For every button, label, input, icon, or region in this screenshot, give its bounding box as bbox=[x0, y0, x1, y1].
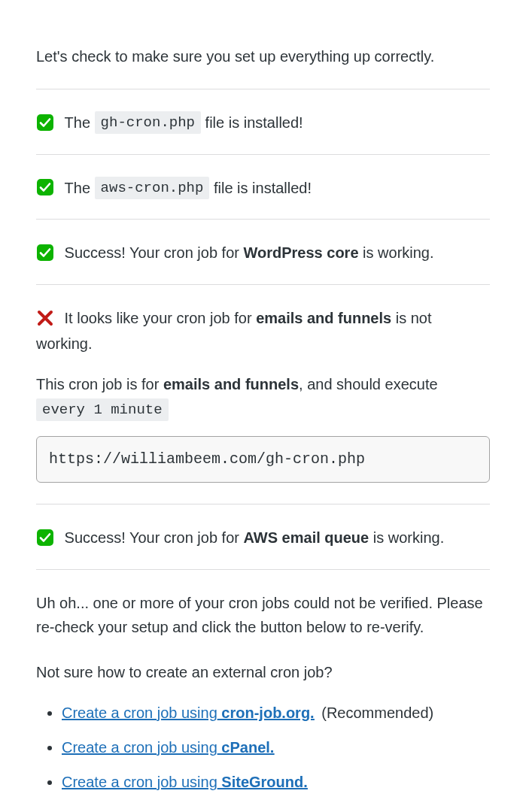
fail-text-prefix: It looks like your cron job for bbox=[65, 310, 257, 326]
link-prefix: Create a cron job using bbox=[62, 774, 217, 790]
svg-rect-1 bbox=[37, 179, 53, 195]
check-text-suffix: is working. bbox=[373, 529, 444, 546]
recommended-label: (Recommended) bbox=[321, 704, 433, 721]
link-prefix: Create a cron job using bbox=[62, 739, 217, 756]
filename-code: aws-cron.php bbox=[95, 177, 210, 199]
help-heading: Not sure how to create an external cron … bbox=[36, 660, 490, 684]
fail-detail: This cron job is for emails and funnels,… bbox=[36, 372, 490, 421]
check-text-suffix: is working. bbox=[363, 244, 433, 261]
check-text-bold: WordPress core bbox=[243, 244, 358, 261]
list-item: Create a cron job using SiteGround. bbox=[62, 770, 490, 794]
svg-rect-0 bbox=[37, 114, 53, 131]
check-icon bbox=[36, 178, 54, 196]
link-strong: cron-job.org. bbox=[217, 704, 315, 721]
link-strong: SiteGround. bbox=[217, 774, 308, 790]
check-wp-core: Success! Your cron job for WordPress cor… bbox=[36, 220, 490, 284]
cron-url-box[interactable]: https://williambeem.com/gh-cron.php bbox=[36, 436, 490, 483]
siteground-link[interactable]: Create a cron job using SiteGround. bbox=[62, 774, 308, 790]
check-icon bbox=[36, 244, 54, 262]
check-aws-queue: Success! Your cron job for AWS email que… bbox=[36, 504, 490, 569]
check-text-suffix: file is installed! bbox=[214, 179, 312, 195]
list-item: Create a cron job using cPanel. bbox=[62, 735, 490, 759]
frequency-code: every 1 minute bbox=[36, 398, 169, 421]
intro-text: Let's check to make sure you set up ever… bbox=[36, 45, 490, 68]
list-item: Create a cron job using cron-job.org. (R… bbox=[62, 701, 490, 725]
fail-detail-bold: emails and funnels bbox=[163, 376, 299, 392]
check-icon bbox=[36, 529, 54, 547]
fail-detail-prefix: This cron job is for bbox=[36, 376, 163, 392]
cpanel-link[interactable]: Create a cron job using cPanel. bbox=[62, 739, 274, 756]
warning-text: Uh oh... one or more of your cron jobs c… bbox=[36, 591, 490, 639]
check-text-prefix: Success! Your cron job for bbox=[65, 529, 244, 546]
svg-rect-3 bbox=[37, 529, 53, 546]
link-prefix: Create a cron job using bbox=[62, 704, 217, 721]
check-text-bold: AWS email queue bbox=[243, 529, 369, 546]
check-text-prefix: The bbox=[65, 114, 95, 131]
cross-icon bbox=[36, 309, 54, 327]
fail-text-bold: emails and funnels bbox=[256, 310, 391, 326]
filename-code: gh-cron.php bbox=[95, 111, 201, 134]
check-text-prefix: The bbox=[65, 179, 95, 195]
footer-block: Uh oh... one or more of your cron jobs c… bbox=[36, 570, 490, 812]
check-text-prefix: Success! Your cron job for bbox=[65, 244, 244, 261]
check-aws-cron: The aws-cron.php file is installed! bbox=[36, 155, 490, 220]
fail-detail-mid: , and should execute bbox=[299, 376, 438, 392]
cron-job-org-link[interactable]: Create a cron job using cron-job.org. bbox=[62, 704, 315, 721]
help-link-list: Create a cron job using cron-job.org. (R… bbox=[36, 701, 490, 794]
link-strong: cPanel. bbox=[217, 739, 275, 756]
check-emails-funnels-fail: It looks like your cron job for emails a… bbox=[36, 285, 490, 504]
check-gh-cron: The gh-cron.php file is installed! bbox=[36, 89, 490, 154]
fail-message: It looks like your cron job for emails a… bbox=[36, 304, 490, 355]
cron-check-panel: Let's check to make sure you set up ever… bbox=[0, 0, 526, 812]
check-icon bbox=[36, 114, 54, 132]
check-text-suffix: file is installed! bbox=[205, 114, 303, 131]
svg-rect-2 bbox=[37, 244, 53, 261]
